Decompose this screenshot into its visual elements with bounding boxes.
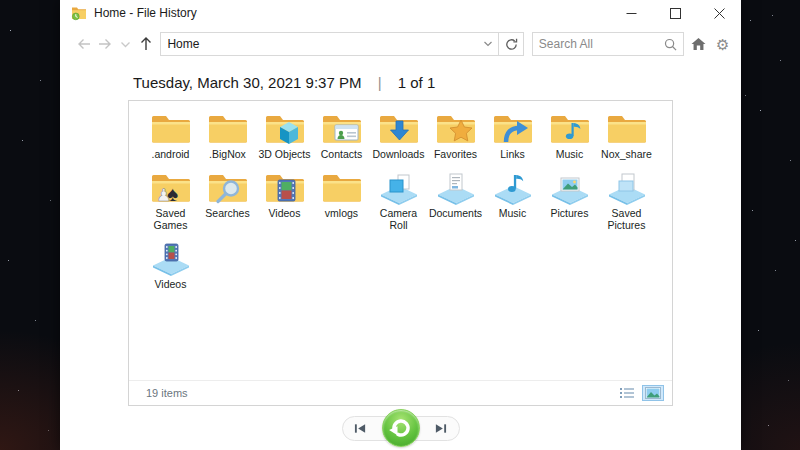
file-item-label: Saved Pictures [598,207,655,232]
file-item[interactable]: .android [142,111,199,161]
library-documents-icon [436,170,476,205]
backup-date-heading: Tuesday, March 30, 2021 9:37 PM | 1 of 1 [133,74,741,91]
file-item[interactable]: Videos [142,241,199,291]
thumbnail-view-button[interactable] [642,385,664,401]
file-item-label: Nox_share [601,148,652,161]
file-item[interactable]: Saved Pictures [598,170,655,232]
details-view-icon [620,387,634,399]
restore-icon [387,414,415,442]
previous-version-button[interactable] [352,419,370,439]
file-item-label: vmlogs [325,207,358,220]
file-item-label: Downloads [373,148,425,161]
folder-downloads-icon [379,111,419,146]
folder-icon [322,170,362,205]
file-panel: .android .BigNox 3D Objects Contacts Dow… [128,100,673,406]
folder-icon [151,111,191,146]
folder-links-icon [493,111,533,146]
file-item[interactable]: Favorites [427,111,484,161]
folder-3d-objects-icon [265,111,305,146]
file-item-label: 3D Objects [259,148,311,161]
home-button[interactable] [688,32,709,56]
address-bar[interactable] [160,32,499,56]
file-item[interactable]: Camera Roll [370,170,427,232]
previous-version-icon [353,422,368,435]
file-item[interactable]: Music [541,111,598,161]
maximize-button[interactable] [653,0,697,26]
navigation-toolbar: ⚙ [60,28,741,60]
refresh-icon [504,37,519,52]
maximize-icon [670,8,681,19]
refresh-button[interactable] [499,32,523,56]
folder-contacts-icon [322,111,362,146]
file-item-label: Searches [205,207,249,220]
search-icon [664,38,677,51]
file-item[interactable]: Videos [256,170,313,220]
chevron-down-icon [483,39,493,49]
file-item-label: Music [556,148,583,161]
forward-icon [97,36,113,52]
svg-text:♟: ♟ [156,186,171,205]
caption-buttons [609,0,741,26]
file-item[interactable]: Searches [199,170,256,220]
details-view-button[interactable] [617,385,637,401]
search-box[interactable] [532,32,684,56]
minimize-icon [626,8,637,19]
file-item-label: Contacts [321,148,362,161]
folder-music-icon [550,111,590,146]
recent-locations-button[interactable] [115,32,136,56]
settings-button[interactable]: ⚙ [712,32,733,56]
minimize-button[interactable] [609,0,653,26]
file-item[interactable]: Pictures [541,170,598,220]
file-item[interactable]: Contacts [313,111,370,161]
file-item-label: Favorites [434,148,477,161]
starry-sky-wallpaper [0,0,1,1]
backup-position: 1 of 1 [398,74,436,91]
next-version-button[interactable] [432,419,450,439]
status-bar: 19 items [129,380,672,405]
gear-icon: ⚙ [716,37,729,52]
library-videos-icon [151,241,191,276]
file-item-label: Links [500,148,525,161]
file-item[interactable]: vmlogs [313,170,370,220]
close-button[interactable] [697,0,741,26]
file-item[interactable]: .BigNox [199,111,256,161]
forward-button[interactable] [95,32,116,56]
restore-button[interactable] [382,409,420,447]
search-input[interactable] [539,37,664,51]
file-item[interactable]: ♠ ♟Saved Games [142,170,199,232]
title-bar[interactable]: Home - File History [60,0,741,26]
item-count: 19 items [146,387,188,399]
view-switcher [617,385,664,401]
back-button[interactable] [74,32,95,56]
file-item-label: Saved Games [142,207,199,232]
folder-favorites-icon [436,111,476,146]
file-item-label: Documents [429,207,482,220]
back-icon [76,36,92,52]
file-history-window: Home - File History [60,0,741,450]
library-music-icon [493,170,533,205]
library-saved-pictures-icon [607,170,647,205]
backup-date: Tuesday, March 30, 2021 9:37 PM [133,74,361,91]
thumbnail-view-icon [645,387,661,399]
file-item[interactable]: 3D Objects [256,111,313,161]
address-dropdown-button[interactable] [478,33,498,55]
file-item-label: Videos [155,278,187,291]
file-item[interactable]: Links [484,111,541,161]
file-item[interactable]: Downloads [370,111,427,161]
folder-icon [607,111,647,146]
next-version-icon [433,422,448,435]
file-item-label: Videos [269,207,301,220]
home-icon [691,37,706,51]
folder-saved-games-icon: ♠ ♟ [151,170,191,205]
file-item-label: .BigNox [209,148,246,161]
file-item[interactable]: Nox_share [598,111,655,161]
chevron-down-icon [120,39,131,50]
up-button[interactable] [136,32,157,56]
desktop-background: Home - File History [0,0,800,450]
file-item[interactable]: Documents [427,170,484,220]
file-item[interactable]: Music [484,170,541,220]
heading-separator: | [378,74,382,91]
close-icon [714,8,725,19]
file-item-label: Pictures [551,207,589,220]
address-input[interactable] [161,37,478,51]
